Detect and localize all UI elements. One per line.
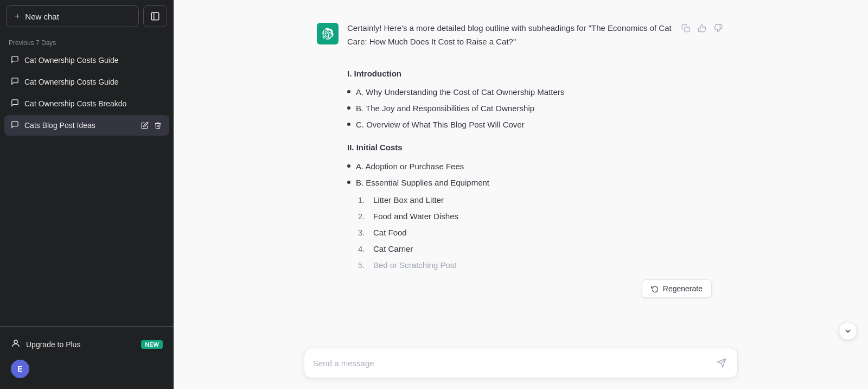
list-item-text: Litter Box and Litter [373, 194, 444, 207]
send-icon [717, 358, 726, 368]
message-content: Certainly! Here's a more detailed blog o… [347, 22, 725, 275]
chat-icon [11, 99, 19, 109]
input-wrapper [304, 348, 738, 378]
chat-icon [11, 77, 19, 87]
list-item-text: Cat Food [373, 226, 407, 239]
section-heading-1: I. Introduction [347, 67, 725, 81]
thumbs-down-button[interactable] [712, 22, 725, 35]
upgrade-to-plus-button[interactable]: Upgrade to Plus NEW [4, 333, 169, 355]
chat-icon [11, 55, 19, 65]
list-item: 2. Food and Water Dishes [358, 210, 725, 223]
chat-item-label: Cat Ownership Costs Breakdo [24, 99, 163, 108]
list-number: 2. [358, 210, 369, 223]
user-profile[interactable]: E [4, 355, 169, 382]
new-chat-label: New chat [25, 12, 59, 21]
list-number: 4. [358, 243, 369, 256]
list-item: 3. Cat Food [358, 226, 725, 239]
sidebar: + New chat Previous 7 Days Cat Ownership… [0, 0, 174, 389]
chat-list: Cat Ownership Costs Guide Cat Ownership … [0, 50, 174, 136]
bullet-text: A. Why Understanding the Cost of Cat Own… [356, 86, 564, 99]
delete-chat-button[interactable] [153, 120, 163, 130]
sidebar-item-chat-3[interactable]: Cat Ownership Costs Breakdo [4, 93, 169, 114]
section-heading-2: II. Initial Costs [347, 141, 725, 155]
chevron-down-icon [844, 327, 852, 335]
bullet-dot [347, 123, 350, 126]
list-item: 1. Litter Box and Litter [358, 194, 725, 207]
new-chat-button[interactable]: + New chat [7, 5, 139, 27]
chat-item-label: Cats Blog Post Ideas [24, 121, 135, 130]
new-badge: NEW [141, 340, 163, 349]
openai-logo [322, 28, 334, 40]
sidebar-toggle-button[interactable] [143, 5, 167, 27]
list-item-text: Bed or Scratching Post [373, 259, 456, 272]
chat-item-label: Cat Ownership Costs Guide [24, 56, 163, 65]
list-item-text: Food and Water Dishes [373, 210, 458, 223]
assistant-avatar [317, 23, 339, 44]
sidebar-item-chat-1[interactable]: Cat Ownership Costs Guide [4, 50, 169, 71]
list-item: 5. Bed or Scratching Post [358, 259, 725, 272]
list-number: 1. [358, 194, 369, 207]
message-actions [679, 22, 725, 35]
section-1-bullets: A. Why Understanding the Cost of Cat Own… [347, 86, 725, 131]
bullet-text: A. Adoption or Purchase Fees [356, 160, 464, 173]
bullet-dot [347, 164, 350, 168]
sidebar-bottom: Upgrade to Plus NEW E [0, 326, 174, 389]
user-avatar: E [11, 360, 29, 378]
assistant-message: Certainly! Here's a more detailed blog o… [317, 22, 725, 275]
list-item: 4. Cat Carrier [358, 243, 725, 256]
top-message-row: Certainly! Here's a more detailed blog o… [347, 22, 725, 58]
bullet-text: B. The Joy and Responsibilities of Cat O… [356, 102, 534, 115]
chat-area: Certainly! Here's a more detailed blog o… [174, 0, 868, 341]
chat-item-actions [140, 120, 163, 130]
svg-rect-3 [685, 27, 690, 32]
input-area [174, 341, 868, 389]
regenerate-icon [651, 285, 659, 292]
bullet-dot [347, 181, 350, 184]
regenerate-area: Regenerate [317, 275, 725, 302]
main-content: Certainly! Here's a more detailed blog o… [174, 0, 868, 389]
list-item: B. Essential Supplies and Equipment [347, 176, 725, 189]
sidebar-top: + New chat [0, 0, 174, 33]
regenerate-label: Regenerate [663, 284, 703, 293]
chat-icon [11, 120, 19, 130]
section-initial-costs: II. Initial Costs A. Adoption or Purchas… [347, 141, 725, 272]
plus-icon: + [15, 11, 20, 21]
top-message-text: Certainly! Here's a more detailed blog o… [347, 22, 679, 58]
chat-item-label: Cat Ownership Costs Guide [24, 78, 163, 86]
section-label: Previous 7 Days [0, 33, 174, 50]
bullet-text: C. Overview of What This Blog Post Will … [356, 118, 525, 131]
section-2-numbered: 1. Litter Box and Litter 2. Food and Wat… [358, 194, 725, 272]
sidebar-item-chat-2[interactable]: Cat Ownership Costs Guide [4, 72, 169, 92]
svg-rect-0 [151, 12, 159, 20]
list-item: C. Overview of What This Blog Post Will … [347, 118, 725, 131]
section-introduction: I. Introduction A. Why Understanding the… [347, 67, 725, 132]
section-2-bullets: A. Adoption or Purchase Fees B. Essentia… [347, 160, 725, 189]
send-button[interactable] [714, 356, 729, 370]
message-wrapper: Certainly! Here's a more detailed blog o… [304, 22, 738, 302]
regenerate-button[interactable]: Regenerate [642, 279, 712, 298]
list-item: A. Adoption or Purchase Fees [347, 160, 725, 173]
svg-point-2 [14, 340, 17, 343]
scroll-to-bottom-button[interactable] [839, 322, 857, 340]
message-intro: Certainly! Here's a more detailed blog o… [347, 22, 679, 49]
copy-message-button[interactable] [679, 22, 692, 35]
message-input[interactable] [313, 359, 714, 368]
list-number: 3. [358, 226, 369, 239]
user-icon [11, 339, 21, 350]
list-item-text: Cat Carrier [373, 243, 413, 256]
sidebar-item-chat-4[interactable]: Cats Blog Post Ideas [4, 115, 169, 136]
thumbs-up-button[interactable] [695, 22, 709, 35]
layout-icon [150, 11, 160, 21]
edit-chat-button[interactable] [140, 120, 150, 130]
bullet-dot [347, 90, 350, 93]
bullet-text: B. Essential Supplies and Equipment [356, 176, 489, 189]
upgrade-label: Upgrade to Plus [26, 340, 80, 349]
list-item: A. Why Understanding the Cost of Cat Own… [347, 86, 725, 99]
bullet-dot [347, 106, 350, 110]
list-number: 5. [358, 259, 369, 272]
list-item: B. The Joy and Responsibilities of Cat O… [347, 102, 725, 115]
